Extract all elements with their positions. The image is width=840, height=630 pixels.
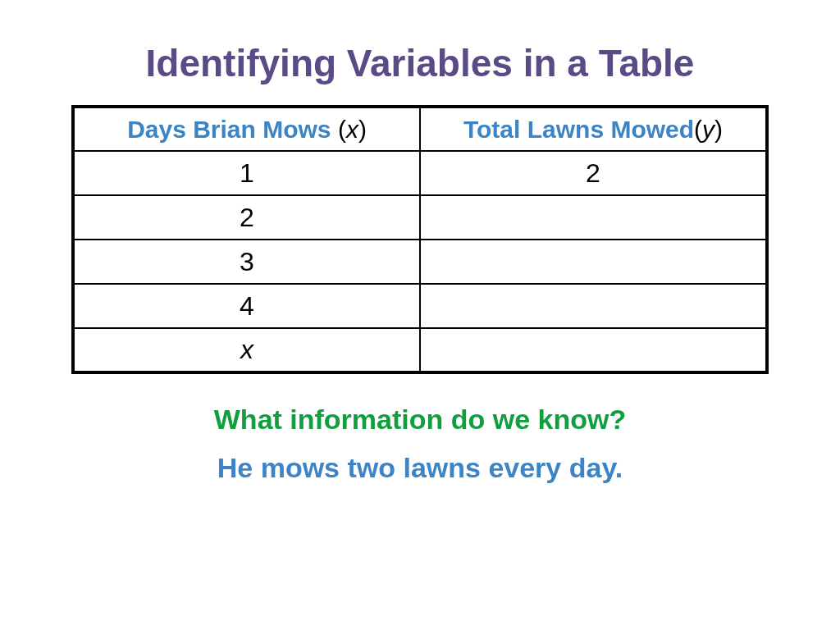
col-header-lawns-var: (y)	[694, 116, 723, 143]
table-row: 4	[73, 284, 767, 328]
cell-y	[420, 284, 767, 328]
cell-y	[420, 328, 767, 372]
question-text: What information do we know?	[66, 404, 774, 436]
cell-y	[420, 240, 767, 284]
table-row: 2	[73, 195, 767, 240]
col-header-days-label: Days Brian Mows	[127, 116, 331, 143]
variables-table: Days Brian Mows (x) Total Lawns Mowed(y)…	[71, 105, 769, 374]
slide-title: Identifying Variables in a Table	[66, 41, 774, 85]
table-header-row: Days Brian Mows (x) Total Lawns Mowed(y)	[73, 107, 767, 151]
cell-x: 3	[73, 240, 420, 284]
col-header-lawns-label: Total Lawns Mowed	[463, 116, 694, 143]
table-row: x	[73, 328, 767, 372]
cell-x: 4	[73, 284, 420, 328]
col-header-lawns: Total Lawns Mowed(y)	[420, 107, 767, 151]
cell-x: 1	[73, 151, 420, 195]
cell-y	[420, 195, 767, 240]
col-header-days: Days Brian Mows (x)	[73, 107, 420, 151]
cell-x: x	[73, 328, 420, 372]
answer-text: He mows two lawns every day.	[66, 452, 774, 484]
cell-y: 2	[420, 151, 767, 195]
table-row: 12	[73, 151, 767, 195]
table-body: 12234x	[73, 151, 767, 372]
col-header-days-var: (x)	[331, 116, 367, 143]
table-row: 3	[73, 240, 767, 284]
cell-x: 2	[73, 195, 420, 240]
